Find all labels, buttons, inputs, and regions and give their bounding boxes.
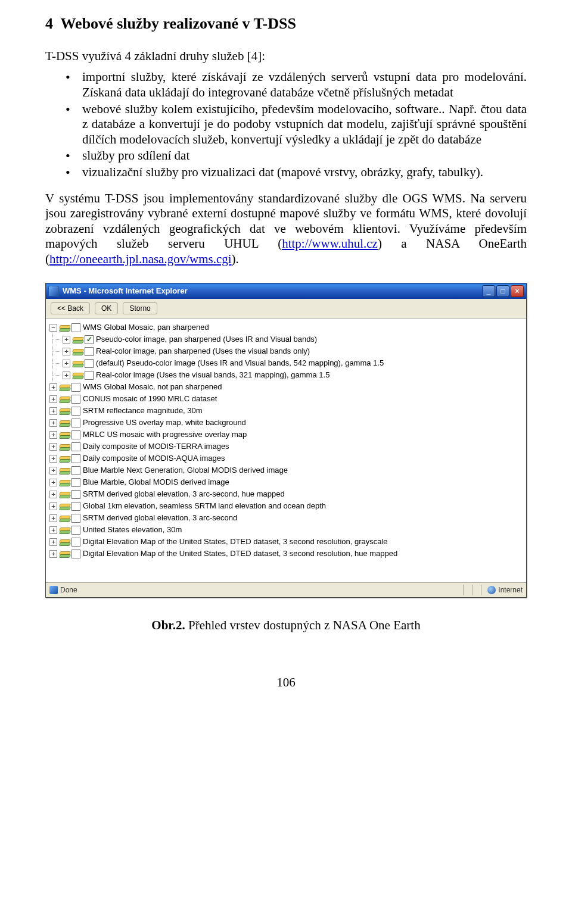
- tree-node-label: SRTM derived global elevation, 3 arc-sec…: [83, 513, 237, 523]
- expand-icon[interactable]: +: [63, 360, 70, 367]
- layer-checkbox[interactable]: [72, 407, 80, 416]
- oneearth-link[interactable]: http://oneearth.jpl.nasa.gov/wms.cgi: [49, 252, 232, 266]
- expand-icon[interactable]: +: [49, 431, 57, 439]
- expand-icon[interactable]: +: [49, 514, 57, 522]
- tree-node-label: SRTM derived global elevation, 3 arc-sec…: [83, 489, 285, 499]
- section-heading: 4 Webové služby realizované v T-DSS: [45, 14, 527, 33]
- expand-icon[interactable]: +: [49, 419, 57, 427]
- ie-window: WMS - Microsoft Internet Explorer _ □ × …: [45, 283, 527, 598]
- expand-icon[interactable]: +: [49, 502, 57, 510]
- layers-icon: [73, 348, 82, 355]
- tree-node[interactable]: +Progressive US overlay map, white backg…: [49, 417, 524, 429]
- expand-icon[interactable]: +: [49, 491, 57, 498]
- tree-node[interactable]: +Digital Elevation Map of the United Sta…: [49, 548, 524, 560]
- layer-checkbox[interactable]: [72, 430, 80, 439]
- storno-button[interactable]: Storno: [123, 302, 157, 315]
- tree-node[interactable]: +MRLC US mosaic with progressive overlay…: [49, 429, 524, 441]
- layer-checkbox[interactable]: [72, 466, 80, 475]
- expand-icon[interactable]: +: [49, 538, 57, 546]
- layers-icon: [60, 538, 69, 545]
- expand-icon[interactable]: +: [63, 372, 70, 379]
- layer-checkbox[interactable]: [85, 335, 94, 344]
- tree-node[interactable]: +Daily composite of MODIS-TERRA images: [49, 441, 524, 452]
- close-button[interactable]: ×: [511, 285, 524, 297]
- toolbar: << Back OK Storno: [46, 299, 526, 319]
- layers-icon: [73, 360, 82, 367]
- expand-icon[interactable]: +: [49, 550, 57, 558]
- collapse-icon[interactable]: −: [49, 324, 57, 332]
- tree-child-node[interactable]: +(default) Pseudo-color image (Uses IR a…: [49, 357, 524, 369]
- layer-checkbox[interactable]: [72, 478, 80, 487]
- expand-icon[interactable]: +: [63, 336, 70, 344]
- layers-icon: [60, 383, 69, 391]
- tree-node-label: United States elevation, 30m: [83, 525, 182, 535]
- tree-child-node[interactable]: +Real-color image (Uses the visual bands…: [49, 369, 524, 381]
- caption-label: Obr.2.: [151, 618, 185, 632]
- window-titlebar[interactable]: WMS - Microsoft Internet Explorer _ □ ×: [46, 283, 526, 299]
- back-button[interactable]: << Back: [51, 302, 90, 315]
- layer-checkbox[interactable]: [85, 347, 94, 356]
- layer-checkbox[interactable]: [72, 538, 80, 547]
- tree-node[interactable]: +Blue Marble, Global MODIS derived image: [49, 476, 524, 488]
- tree-child-node[interactable]: +Real-color image, pan sharpened (Uses t…: [49, 345, 524, 357]
- caption-text: Přehled vrstev dostupných z NASA One Ear…: [185, 618, 421, 632]
- tree-node[interactable]: − WMS Global Mosaic, pan sharpened: [49, 321, 524, 333]
- expand-icon[interactable]: +: [49, 407, 57, 415]
- layer-checkbox[interactable]: [72, 526, 80, 535]
- layer-checkbox[interactable]: [72, 502, 80, 511]
- tree-node[interactable]: +Digital Elevation Map of the United Sta…: [49, 536, 524, 548]
- internet-zone-icon: [487, 586, 496, 594]
- tree-node[interactable]: +SRTM derived global elevation, 3 arc-se…: [49, 488, 524, 500]
- layer-checkbox[interactable]: [72, 323, 80, 332]
- layers-icon: [60, 479, 69, 486]
- layer-checkbox[interactable]: [72, 395, 80, 404]
- layers-icon: [60, 491, 69, 498]
- tree-connector: [49, 360, 60, 367]
- expand-icon[interactable]: +: [49, 467, 57, 475]
- layers-icon: [60, 455, 69, 462]
- list-item: služby pro sdílení dat: [82, 148, 527, 164]
- expand-icon[interactable]: +: [49, 395, 57, 403]
- layer-checkbox[interactable]: [85, 359, 94, 368]
- tree-node[interactable]: +Global 1km elevation, seamless SRTM lan…: [49, 500, 524, 512]
- tree-node-label: Pseudo-color image, pan sharpened (Uses …: [96, 335, 317, 344]
- layers-icon: [60, 324, 69, 331]
- expand-icon[interactable]: +: [63, 348, 70, 355]
- ie-icon: [48, 286, 59, 296]
- tree-child-node[interactable]: +Pseudo-color image, pan sharpened (Uses…: [49, 333, 524, 345]
- minimize-button[interactable]: _: [482, 285, 495, 297]
- tree-node[interactable]: +SRTM reflectance magnitude, 30m: [49, 405, 524, 417]
- para-text: ).: [232, 252, 239, 266]
- layer-checkbox[interactable]: [72, 490, 80, 499]
- maximize-button[interactable]: □: [496, 285, 509, 297]
- layers-icon: [60, 550, 69, 557]
- uhul-link[interactable]: http://www.uhul.cz: [282, 236, 378, 251]
- expand-icon[interactable]: +: [49, 455, 57, 463]
- tree-node[interactable]: +WMS Global Mosaic, not pan sharpened: [49, 381, 524, 393]
- tree-node[interactable]: +CONUS mosaic of 1990 MRLC dataset: [49, 393, 524, 405]
- layer-checkbox[interactable]: [72, 454, 80, 463]
- layer-checkbox[interactable]: [72, 383, 80, 392]
- tree-node[interactable]: +United States elevation, 30m: [49, 524, 524, 536]
- layer-checkbox[interactable]: [72, 514, 80, 523]
- tree-node[interactable]: +Blue Marble Next Generation, Global MOD…: [49, 464, 524, 476]
- ok-button[interactable]: OK: [95, 302, 118, 315]
- layer-checkbox[interactable]: [72, 550, 80, 558]
- layers-icon: [73, 372, 82, 379]
- layer-checkbox[interactable]: [72, 419, 80, 427]
- tree-node-label: (default) Pseudo-color image (Uses IR an…: [96, 358, 384, 368]
- tree-node-label: Daily composite of MODIS-TERRA images: [83, 442, 229, 451]
- page-icon: [49, 586, 58, 594]
- intro-paragraph: T-DSS využívá 4 základní druhy služeb [4…: [45, 49, 527, 64]
- expand-icon[interactable]: +: [49, 479, 57, 486]
- tree-node[interactable]: +Daily composite of MODIS-AQUA images: [49, 452, 524, 464]
- tree-scroll-area[interactable]: − WMS Global Mosaic, pan sharpened +Pseu…: [46, 319, 526, 582]
- expand-icon[interactable]: +: [49, 526, 57, 534]
- body-paragraph: V systému T-DSS jsou implementovány stan…: [45, 191, 527, 267]
- layer-checkbox[interactable]: [85, 371, 94, 380]
- divider: [463, 585, 464, 595]
- layer-checkbox[interactable]: [72, 442, 80, 451]
- tree-node[interactable]: +SRTM derived global elevation, 3 arc-se…: [49, 512, 524, 524]
- expand-icon[interactable]: +: [49, 443, 57, 451]
- expand-icon[interactable]: +: [49, 383, 57, 391]
